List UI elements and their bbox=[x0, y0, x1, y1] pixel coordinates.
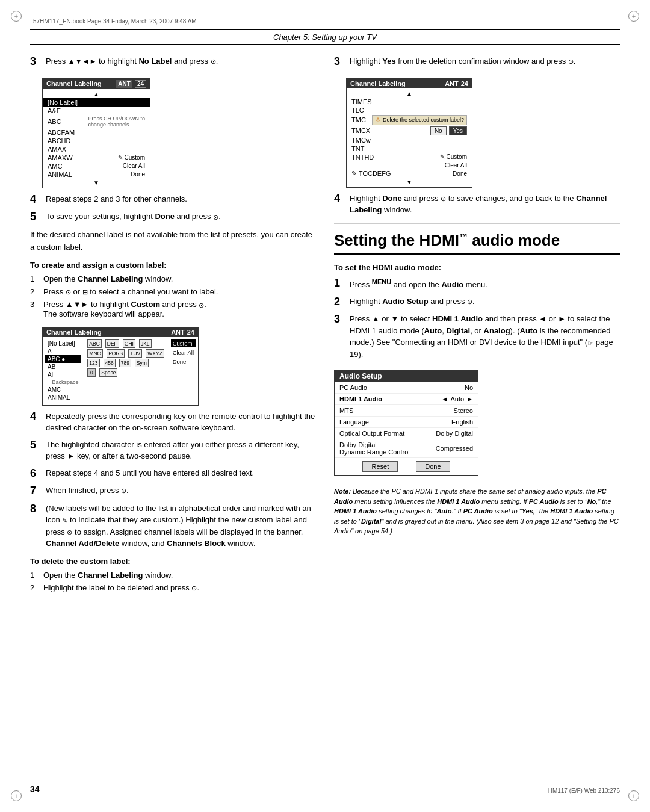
audio-reset-btn[interactable]: Reset bbox=[362, 461, 398, 472]
confirm-warning-icon: ⚠ bbox=[375, 116, 381, 124]
step-8: 8 (New labels will be added to the list … bbox=[30, 503, 316, 550]
audio-right-arrow: ► bbox=[466, 395, 473, 403]
confirm-body: ▲ TIMES TLC TMC ⚠ Delete the selected cu… bbox=[347, 88, 472, 187]
keyboard-window: Channel Labeling ANT 24 [No Label] A ABC… bbox=[42, 327, 199, 406]
kb-key-abc[interactable]: ABC bbox=[87, 339, 101, 348]
big-section-title: Setting the HDMI™ audio mode bbox=[334, 231, 620, 255]
step-5b-content: The highlighted character is entered aft… bbox=[46, 439, 316, 462]
window-row-abcfam: ABCFAM bbox=[43, 128, 150, 137]
step-5: 5 To save your settings, highlight Done … bbox=[30, 211, 316, 224]
step-7-content: When finished, press ⊙. bbox=[46, 485, 316, 497]
channel-window-1: Channel Labeling ANT 24 ▲ [No Label] A&E… bbox=[42, 78, 150, 188]
step-8-content: (New labels will be added to the list in… bbox=[46, 503, 316, 550]
audio-btn-row: Reset Done bbox=[335, 458, 478, 475]
substep-create-2-content: Press ⊙ or ⊞ to select a channel you wan… bbox=[43, 287, 218, 296]
step-6: 6 Repeat steps 4 and 5 until you have en… bbox=[30, 467, 316, 480]
r-step-3-top-content: Highlight Yes from the deletion confirma… bbox=[350, 55, 620, 67]
confirm-tocdefg: ✎ TOCDEFGDone bbox=[347, 169, 472, 178]
kb-key-789[interactable]: 789 bbox=[119, 359, 131, 367]
audio-dolby-value: Compressed bbox=[436, 445, 473, 452]
window-row-abc: ABC Press CH UP/DOWN tochange channels. bbox=[43, 115, 150, 128]
step-5b-number: 5 bbox=[30, 439, 42, 452]
kb-row-2: 123 456 789 Sym bbox=[87, 359, 164, 367]
audio-row-language: Language English bbox=[335, 417, 478, 428]
substep-create-1-num: 1 bbox=[30, 274, 40, 284]
window-row-amc: AMCClear All bbox=[43, 162, 150, 170]
audio-row-mts: MTS Stereo bbox=[335, 405, 478, 417]
kb-key-tuv[interactable]: TUV bbox=[128, 349, 142, 358]
channel-window-1-title: Channel Labeling bbox=[46, 80, 102, 87]
kb-key-pqrs[interactable]: PQRS bbox=[107, 349, 125, 358]
confirm-btn-yes[interactable]: Yes bbox=[449, 126, 467, 135]
substep-del-1: 1 Open the Channel Labeling window. bbox=[30, 571, 316, 580]
kb-key-123[interactable]: 123 bbox=[87, 359, 99, 367]
substep-create-3-content: Press ▲▼► to highlight Custom and press … bbox=[43, 300, 206, 318]
kb-right-done[interactable]: Done bbox=[171, 358, 196, 365]
window-row-aae: A&E bbox=[43, 107, 150, 115]
confirm-row-empty1: Clear All bbox=[347, 161, 472, 169]
r-step-1: 1 Press MENU and open the Audio menu. bbox=[334, 277, 620, 291]
kb-key-0[interactable]: 0 bbox=[87, 368, 96, 377]
corner-mark-bl bbox=[11, 790, 22, 801]
audio-mts-value: Stereo bbox=[454, 407, 473, 414]
note-text: Note: Because the PC and HDMI-1 inputs s… bbox=[334, 486, 620, 536]
audio-done-btn[interactable]: Done bbox=[416, 461, 450, 472]
audio-pc-audio-value: No bbox=[465, 384, 473, 391]
para1: If the desired channel label is not avai… bbox=[30, 229, 316, 254]
confirm-btn-no[interactable]: No bbox=[430, 126, 447, 135]
step-4-number: 4 bbox=[30, 193, 42, 206]
r-step-3-top-num: 3 bbox=[334, 55, 346, 69]
kb-right-custom[interactable]: Custom bbox=[171, 339, 196, 347]
audio-optical-label: Optical Output Format bbox=[339, 430, 404, 437]
step-4: 4 Repeat steps 2 and 3 for other channel… bbox=[30, 193, 316, 206]
step-3-rest: and press bbox=[174, 57, 211, 66]
step-8-number: 8 bbox=[30, 503, 42, 516]
step-4-content: Repeat steps 2 and 3 for other channels. bbox=[46, 193, 316, 205]
kb-key-456[interactable]: 456 bbox=[104, 359, 116, 367]
substep-del-2-content: Highlight the label to be deleted and pr… bbox=[43, 583, 199, 592]
page-outer: 57HM117_EN.book Page 34 Friday, March 23… bbox=[0, 0, 650, 812]
scroll-down-arrow: ▼ bbox=[43, 179, 150, 187]
confirm-tnthd: TNTHD✎ Custom bbox=[347, 153, 472, 161]
kb-item-al: Al bbox=[45, 371, 81, 379]
kb-title: Channel Labeling bbox=[46, 329, 102, 336]
substep-del-1-num: 1 bbox=[30, 571, 40, 580]
kb-key-def[interactable]: DEF bbox=[105, 339, 119, 348]
kb-key-sym[interactable]: Sym bbox=[135, 359, 149, 367]
r-step-1-num: 1 bbox=[334, 277, 346, 290]
kb-backspace-area: Backspace bbox=[45, 379, 81, 386]
window-row-amax: AMAX bbox=[43, 145, 150, 153]
kb-key-wxyz[interactable]: WXYZ bbox=[146, 349, 164, 358]
corner-mark-tr bbox=[628, 11, 639, 22]
window-row-animal: ANIMALDone bbox=[43, 170, 150, 179]
confirm-chnum: 24 bbox=[461, 80, 468, 87]
window-row-abchd: ABCHD bbox=[43, 137, 150, 145]
kb-top-row: [No Label] A ABC ● AB Al Backspace AMC A… bbox=[45, 339, 196, 401]
audio-title-bar: Audio Setup bbox=[335, 370, 478, 382]
audio-left-arrow: ◄ bbox=[442, 395, 448, 403]
r-step-3-content: Press ▲ or ▼ to select HDMI 1 Audio and … bbox=[350, 313, 620, 360]
kb-key-space[interactable]: Space bbox=[99, 368, 117, 377]
audio-language-value: English bbox=[451, 418, 473, 426]
kb-item-nolabel: [No Label] bbox=[45, 339, 81, 347]
audio-row-optical: Optical Output Format Dolby Digital bbox=[335, 428, 478, 439]
window-row-amaxw: AMAXW✎ Custom bbox=[43, 153, 150, 162]
substep-del-1-content: Open the Channel Labeling window. bbox=[43, 571, 173, 580]
step-3-directions: ▲▼◄► bbox=[68, 57, 97, 66]
step-4b: 4 Repeatedly press the corresponding key… bbox=[30, 411, 316, 434]
kb-key-ghi[interactable]: GHI bbox=[123, 339, 135, 348]
left-column: 3 Press ▲▼◄► to highlight No Label and p… bbox=[30, 55, 316, 596]
kb-right-clearall[interactable]: Clear All bbox=[171, 349, 196, 356]
audio-hdmi1-label: HDMI 1 Audio bbox=[339, 395, 382, 403]
step-3-icon: ⊙ bbox=[211, 57, 216, 67]
page-number: 34 bbox=[30, 784, 40, 794]
kb-key-jkl[interactable]: JKL bbox=[139, 339, 152, 348]
confirm-msg: Delete the selected custom label? bbox=[383, 117, 464, 123]
kb-key-mno[interactable]: MNO bbox=[87, 349, 103, 358]
confirm-tlc: TLC bbox=[347, 106, 472, 114]
substep-create-2: 2 Press ⊙ or ⊞ to select a channel you w… bbox=[30, 287, 316, 296]
kb-channel-list: [No Label] A ABC ● AB Al Backspace AMC A… bbox=[45, 339, 81, 401]
confirm-scroll-up: ▲ bbox=[347, 90, 472, 98]
r-step-2: 2 Highlight Audio Setup and press ⊙. bbox=[334, 296, 620, 309]
confirm-window: Channel Labeling ANT 24 ▲ TIMES TLC TMC … bbox=[346, 78, 472, 188]
